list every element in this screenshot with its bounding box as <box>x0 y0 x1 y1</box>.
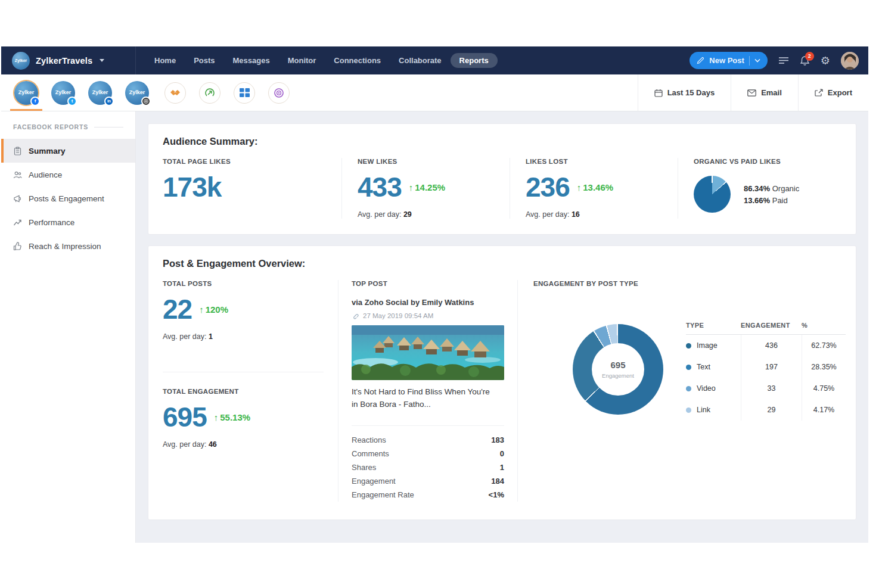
table-row: Video 33 4.75% <box>686 378 846 399</box>
main-nav: Home Posts Messages Monitor Connections … <box>145 53 498 68</box>
audience-summary-card: Audience Summary: TOTAL PAGE LIKES 173k … <box>148 123 856 235</box>
nav-messages[interactable]: Messages <box>224 53 279 68</box>
metric-new-likes: NEW LIKES 433 ↑14.25% Avg. per day: 29 <box>341 158 510 219</box>
stat-row: Comments0 <box>352 447 504 461</box>
activity-list-icon[interactable] <box>778 57 789 65</box>
engagement-value: 197 <box>741 356 802 378</box>
post-engagement-title: Post & Engagement Overview: <box>163 258 841 269</box>
email-envelope-icon <box>747 89 756 97</box>
avg-label: Avg. per day: <box>163 332 206 341</box>
email-label: Email <box>761 88 782 97</box>
top-navigation-bar: Zylker ZylkerTravels Home Posts Messages… <box>1 46 868 74</box>
top-post-stats: Reactions183 Comments0 Shares1 Engagemen… <box>352 433 504 502</box>
link-series-dot <box>686 407 691 413</box>
brand-switcher[interactable]: Zylker ZylkerTravels <box>1 46 136 74</box>
divider <box>94 127 123 127</box>
stat-row: Engagement184 <box>352 474 504 488</box>
sidebar-item-posts-engagement[interactable]: Posts & Engagement <box>1 186 135 210</box>
type-label: Image <box>697 341 718 350</box>
sidebar-item-reach-impression[interactable]: Reach & Impression <box>1 234 135 258</box>
account-instagram[interactable]: Zylker <box>125 74 149 111</box>
metric-change: 13.46% <box>583 182 613 192</box>
calendar-icon <box>654 89 663 97</box>
organic-paid-pie-chart <box>694 176 731 213</box>
top-post-title[interactable]: It's Not Hard to Find Bliss When You're … <box>352 386 498 411</box>
notifications-bell-icon[interactable]: 2 <box>800 55 810 66</box>
screenshot: Zylker ZylkerTravels Home Posts Messages… <box>0 0 882 588</box>
video-series-dot <box>686 386 691 391</box>
nav-posts[interactable]: Posts <box>185 53 223 68</box>
channel-bar: Zylker f Zylker t Zylker in Zylker <box>1 74 868 111</box>
engagement-donut-chart: 695 Engagement <box>573 324 663 415</box>
engagement-value: 33 <box>741 378 802 399</box>
channel-handshake-icon[interactable] <box>164 82 186 104</box>
export-button[interactable]: Export <box>798 74 868 111</box>
stat-value: 183 <box>491 435 504 444</box>
metric-value: 173k <box>163 173 221 201</box>
text-series-dot <box>686 365 691 370</box>
avg-value: 16 <box>572 210 580 219</box>
up-arrow-icon: ↑ <box>199 304 204 315</box>
type-label: Link <box>697 406 710 414</box>
channel-grid-icon[interactable] <box>234 82 255 104</box>
pct-value: 62.73% <box>802 335 846 356</box>
email-button[interactable]: Email <box>731 74 798 111</box>
nav-home[interactable]: Home <box>145 53 185 68</box>
account-linkedin[interactable]: Zylker in <box>88 74 112 111</box>
metric-total-engagement: TOTAL ENGAGEMENT 695 ↑55.13% Avg. per da… <box>163 388 324 449</box>
settings-gear-icon[interactable]: ⚙ <box>821 55 830 66</box>
sidebar-item-audience[interactable]: Audience <box>1 163 135 186</box>
instagram-badge-icon <box>141 97 151 106</box>
nav-connections[interactable]: Connections <box>325 53 390 68</box>
facebook-badge-icon: f <box>30 97 40 106</box>
sidebar-item-label: Summary <box>29 147 66 155</box>
new-post-button[interactable]: New Post <box>690 52 768 69</box>
metric-total-page-likes: TOTAL PAGE LIKES 173k <box>163 158 341 219</box>
account-avatar-text: Zylker <box>18 90 35 95</box>
engagement-by-type-column: ENGAGEMENT BY POST TYPE 695 Engagement <box>518 280 846 502</box>
account-avatar-text: Zylker <box>129 90 145 95</box>
metric-organic-vs-paid: ORGANIC VS PAID LIKES 86.34% Organic 13.… <box>678 158 841 219</box>
nav-collaborate[interactable]: Collaborate <box>390 53 451 68</box>
channel-growth-arrow-icon[interactable] <box>199 82 220 104</box>
divider <box>749 56 750 66</box>
account-avatar-text: Zylker <box>92 90 108 95</box>
report-content: Audience Summary: TOTAL PAGE LIKES 173k … <box>136 111 868 543</box>
sidebar-item-summary[interactable]: Summary <box>1 139 135 163</box>
top-post-date: 27 May 2019 09:54 AM <box>363 312 433 319</box>
account-twitter[interactable]: Zylker t <box>51 74 75 111</box>
metric-label: TOTAL POSTS <box>163 280 324 287</box>
metric-label: TOTAL PAGE LIKES <box>163 158 330 165</box>
sidebar-item-label: Performance <box>29 218 74 227</box>
nav-monitor[interactable]: Monitor <box>279 53 325 68</box>
metric-label: ORGANIC VS PAID LIKES <box>694 158 830 165</box>
avg-value: 46 <box>209 440 217 449</box>
sidebar-item-performance[interactable]: Performance <box>1 210 135 234</box>
brand-logo: Zylker <box>12 52 30 70</box>
type-label: Video <box>697 384 716 393</box>
metric-value: 22 <box>163 295 192 323</box>
up-arrow-icon: ↑ <box>577 182 582 192</box>
engagement-by-type-label: ENGAGEMENT BY POST TYPE <box>533 280 846 287</box>
stat-row: Reactions183 <box>352 433 504 447</box>
pie-legend: 86.34% Organic 13.66% Paid <box>744 181 799 208</box>
posts-metrics-column: TOTAL POSTS 22 ↑120% Avg. per day: 1 TOT… <box>163 280 338 502</box>
metric-change: 120% <box>206 304 228 315</box>
channel-rings-icon[interactable] <box>268 82 290 104</box>
date-range-label: Last 15 Days <box>667 88 715 97</box>
notification-badge: 2 <box>805 52 814 61</box>
table-row: Text 197 28.35% <box>686 356 846 378</box>
chevron-down-icon <box>100 59 104 62</box>
user-avatar[interactable] <box>841 52 859 70</box>
metric-change: 55.13% <box>220 412 250 422</box>
donut-center-value: 695 <box>610 360 625 370</box>
pct-value: 4.75% <box>802 378 846 399</box>
nav-reports[interactable]: Reports <box>451 53 498 68</box>
image-series-dot <box>686 343 691 349</box>
pct-value: 4.17% <box>802 399 846 421</box>
account-facebook[interactable]: Zylker f <box>14 74 38 111</box>
date-range-button[interactable]: Last 15 Days <box>638 74 731 111</box>
top-post-image[interactable] <box>352 325 504 380</box>
engagement-type-table: TYPE ENGAGEMENT % Image 436 62.73% <box>686 318 846 421</box>
reports-sidebar: FACEBOOK REPORTS Summary Audience Posts … <box>1 111 136 543</box>
